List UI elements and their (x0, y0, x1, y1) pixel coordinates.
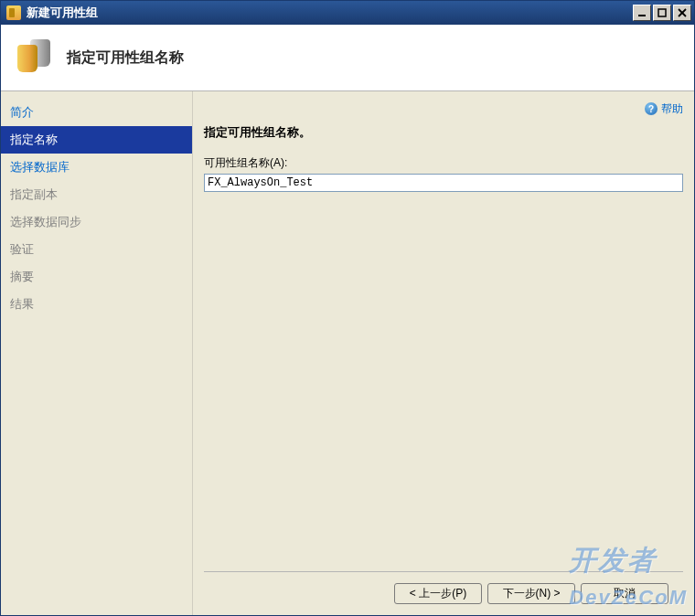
help-link[interactable]: ? 帮助 (645, 101, 683, 117)
sidebar-item-specify-replica: 指定副本 (1, 181, 192, 208)
group-name-input[interactable] (204, 174, 683, 192)
wizard-body: 简介 指定名称 选择数据库 指定副本 选择数据同步 验证 摘要 结果 ? 帮助 … (1, 91, 694, 615)
maximize-button[interactable] (653, 5, 671, 21)
next-button[interactable]: 下一步(N) > (487, 583, 575, 604)
titlebar: 新建可用性组 (1, 1, 694, 25)
app-icon (6, 5, 21, 20)
sidebar-item-intro[interactable]: 简介 (1, 99, 192, 126)
page-title: 指定可用性组名称 (67, 48, 184, 68)
header-band: 指定可用性组名称 (1, 25, 694, 91)
sidebar: 简介 指定名称 选择数据库 指定副本 选择数据同步 验证 摘要 结果 (1, 91, 193, 615)
group-name-label: 可用性组名称(A): (204, 155, 683, 171)
database-icon (17, 39, 54, 76)
sidebar-item-result: 结果 (1, 291, 192, 318)
sidebar-item-data-sync: 选择数据同步 (1, 208, 192, 236)
help-label: 帮助 (661, 101, 683, 117)
footer: < 上一步(P) 下一步(N) > 取消 (204, 571, 683, 615)
previous-button[interactable]: < 上一步(P) (394, 583, 482, 604)
content-pane: ? 帮助 指定可用性组名称。 可用性组名称(A): < 上一步(P) 下一步(N… (193, 91, 694, 615)
window-title: 新建可用性组 (27, 5, 633, 21)
minimize-button[interactable] (633, 5, 651, 21)
help-row: ? 帮助 (204, 99, 683, 119)
sidebar-item-specify-name[interactable]: 指定名称 (1, 126, 192, 154)
cancel-button[interactable]: 取消 (581, 583, 668, 604)
sidebar-item-select-db[interactable]: 选择数据库 (1, 154, 192, 181)
wizard-window: 新建可用性组 指定可用性组名称 简介 指定名称 选择数据库 指定副本 选择数据同… (0, 0, 695, 616)
close-button[interactable] (673, 5, 691, 21)
window-controls (633, 5, 691, 21)
help-icon: ? (645, 102, 658, 115)
sidebar-item-validate: 验证 (1, 236, 192, 263)
main-form: 指定可用性组名称。 可用性组名称(A): (204, 119, 683, 571)
svg-rect-1 (658, 9, 666, 16)
sidebar-item-summary: 摘要 (1, 263, 192, 291)
prompt-text: 指定可用性组名称。 (204, 124, 683, 141)
